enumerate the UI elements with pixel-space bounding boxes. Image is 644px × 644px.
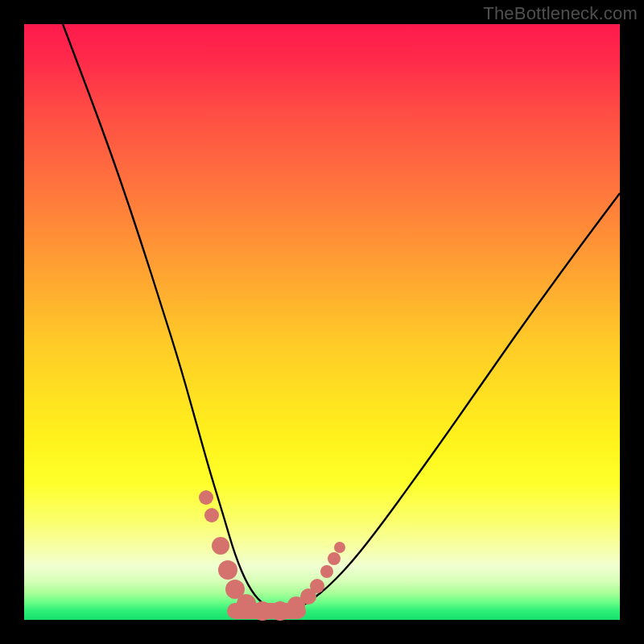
trough-marker — [334, 542, 345, 553]
curve-layer — [24, 24, 620, 620]
trough-marker — [212, 537, 229, 555]
bottleneck-curve — [63, 24, 620, 611]
trough-marker — [218, 560, 237, 580]
trough-marker — [253, 601, 272, 621]
trough-marker — [204, 508, 219, 522]
watermark-text: TheBottleneck.com — [483, 3, 638, 24]
trough-marker — [328, 552, 341, 565]
chart-frame: TheBottleneck.com — [0, 0, 644, 644]
plot-area — [24, 24, 620, 620]
trough-marker — [310, 579, 324, 593]
trough-marker — [199, 490, 213, 505]
trough-marker — [320, 565, 333, 578]
trough-marker — [270, 601, 290, 621]
